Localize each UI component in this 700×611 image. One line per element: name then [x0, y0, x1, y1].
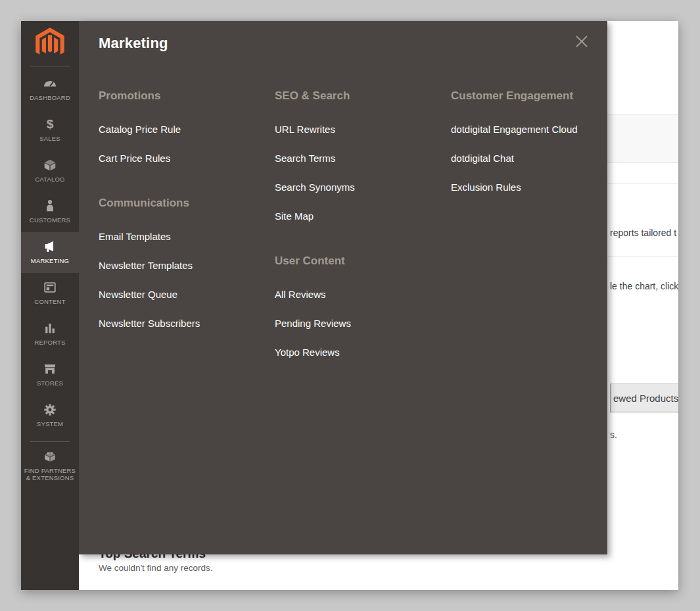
sidebar-item-label: SALES: [39, 135, 60, 142]
menu-link[interactable]: Email Templates: [99, 230, 275, 243]
sidebar-item-label: REPORTS: [34, 339, 65, 346]
grid-empty-text-fragment: s.: [610, 428, 617, 441]
admin-sidebar: DASHBOARD $ SALES CATALOG CUSTOMERS MARK…: [21, 21, 79, 590]
sidebar-item-catalog[interactable]: CATALOG: [21, 151, 79, 191]
menu-link[interactable]: URL Rewrites: [275, 123, 451, 136]
layout-icon: [43, 280, 57, 295]
flyout-title: Marketing: [99, 34, 588, 53]
sidebar-item-content[interactable]: CONTENT: [21, 273, 79, 314]
gear-icon: [43, 402, 57, 418]
sidebar-item-label: DASHBOARD: [30, 94, 70, 101]
divider: [607, 256, 678, 257]
sidebar-item-label: MARKETING: [31, 257, 69, 264]
sidebar-item-marketing[interactable]: MARKETING: [21, 232, 79, 273]
sidebar-item-customers[interactable]: CUSTOMERS: [21, 191, 79, 232]
menu-section: SEO & Search URL RewritesSearch TermsSea…: [275, 89, 451, 223]
marketing-flyout-menu: Marketing Promotions Catalog Price RuleC…: [79, 21, 607, 554]
menu-link[interactable]: Catalog Price Rule: [99, 123, 275, 136]
menu-section: Communications Email TemplatesNewsletter…: [99, 196, 275, 330]
gauge-icon: [43, 76, 57, 91]
sidebar-item-label: CONTENT: [34, 298, 65, 305]
brick-icon: [43, 449, 57, 464]
tab-most-viewed-products[interactable]: ewed Products: [610, 383, 678, 412]
menu-section-title: SEO & Search: [275, 89, 451, 103]
menu-link[interactable]: All Reviews: [275, 288, 451, 301]
menu-link[interactable]: Cart Price Rules: [99, 152, 275, 165]
sidebar-nav: DASHBOARD $ SALES CATALOG CUSTOMERS MARK…: [21, 69, 79, 483]
magento-logo[interactable]: [21, 21, 79, 61]
megaphone-icon: [43, 239, 57, 255]
menu-section-title: Customer Engagement: [451, 89, 627, 103]
menu-section-title: Communications: [99, 196, 275, 210]
menu-link[interactable]: Yotpo Reviews: [275, 346, 451, 359]
sidebar-divider: [30, 66, 70, 66]
menu-link[interactable]: Search Terms: [275, 152, 451, 165]
sidebar-item-label: STORES: [37, 379, 63, 387]
menu-link[interactable]: Exclusion Rules: [451, 181, 627, 194]
menu-link[interactable]: Search Synonyms: [275, 181, 451, 194]
menu-link[interactable]: dotdigital Chat: [451, 152, 627, 165]
sidebar-item-label: CUSTOMERS: [30, 216, 70, 224]
bar-chart-icon: [43, 320, 57, 336]
storefront-icon: [43, 361, 57, 377]
sidebar-item-sales[interactable]: $ SALES: [21, 110, 79, 151]
menu-section: Customer Engagement dotdigital Engagemen…: [451, 89, 627, 194]
box-icon: [43, 157, 57, 173]
flyout-columns: Promotions Catalog Price RuleCart Price …: [99, 89, 588, 390]
menu-links: Email TemplatesNewsletter TemplatesNewsl…: [99, 230, 275, 330]
flyout-column-3: Customer Engagement dotdigital Engagemen…: [451, 89, 627, 225]
sidebar-item-stores[interactable]: STORES: [21, 354, 79, 395]
flyout-column-2: SEO & Search URL RewritesSearch TermsSea…: [275, 89, 451, 390]
menu-section-title: Promotions: [99, 89, 275, 103]
menu-link[interactable]: dotdigital Engagement Cloud: [451, 123, 627, 136]
dollar-icon: $: [43, 116, 57, 132]
menu-links: All ReviewsPending ReviewsYotpo Reviews: [275, 288, 451, 359]
sidebar-item-reports[interactable]: REPORTS: [21, 314, 79, 354]
sidebar-item-dashboard[interactable]: DASHBOARD: [21, 69, 79, 110]
menu-section: Promotions Catalog Price RuleCart Price …: [99, 89, 275, 165]
sidebar-item-label: CATALOG: [35, 176, 64, 183]
menu-link[interactable]: Pending Reviews: [275, 317, 451, 330]
menu-link[interactable]: Newsletter Templates: [99, 259, 275, 272]
chart-disabled-text-fragment: le the chart, click: [610, 280, 678, 293]
menu-links: dotdigital Engagement Clouddotdigital Ch…: [451, 123, 627, 194]
menu-links: URL RewritesSearch TermsSearch SynonymsS…: [275, 123, 451, 223]
advanced-reporting-text-fragment: reports tailored t: [610, 226, 676, 239]
sidebar-item-system[interactable]: SYSTEM: [21, 395, 79, 436]
svg-text:$: $: [47, 117, 54, 131]
menu-section-title: User Content: [275, 254, 451, 268]
sidebar-item-label: FIND PARTNERS & EXTENSIONS: [22, 467, 78, 481]
menu-section: User Content All ReviewsPending ReviewsY…: [275, 254, 451, 359]
menu-link[interactable]: Site Map: [275, 210, 451, 223]
menu-link[interactable]: Newsletter Subscribers: [99, 317, 275, 330]
top-search-terms-empty-message: We couldn't find any records.: [99, 562, 212, 574]
sidebar-item-find-partners[interactable]: FIND PARTNERS & EXTENSIONS: [21, 442, 79, 483]
menu-links: Catalog Price RuleCart Price Rules: [99, 123, 275, 165]
menu-link[interactable]: Newsletter Queue: [99, 288, 275, 301]
flyout-column-1: Promotions Catalog Price RuleCart Price …: [99, 89, 275, 361]
person-icon: [43, 198, 57, 214]
close-icon[interactable]: [573, 33, 590, 50]
sidebar-item-label: SYSTEM: [37, 420, 63, 428]
admin-window: reports tailored t le the chart, click e…: [21, 21, 678, 590]
